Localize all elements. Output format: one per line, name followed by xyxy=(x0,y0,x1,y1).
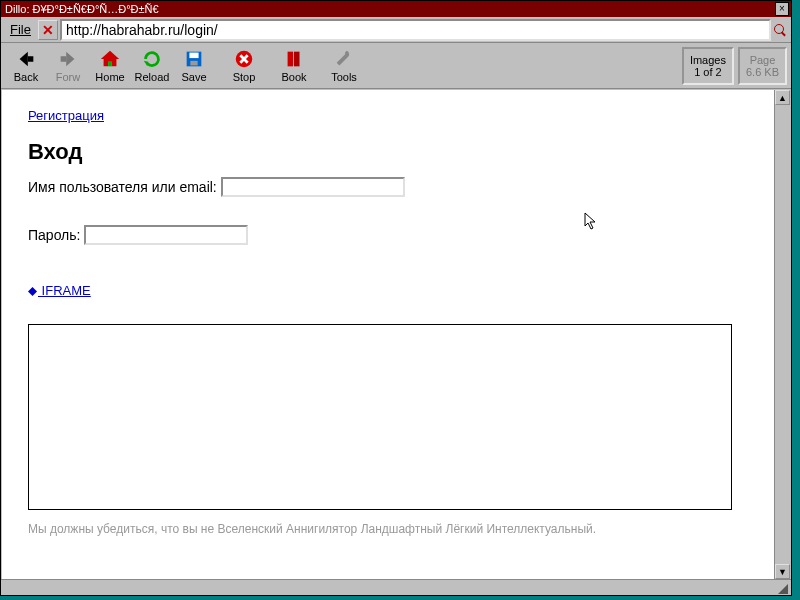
book-icon xyxy=(283,48,305,70)
page-info-l1: Page xyxy=(746,54,779,66)
svg-rect-7 xyxy=(288,52,294,67)
content-area: Регистрация Вход Имя пользователя или em… xyxy=(2,90,790,579)
password-input[interactable] xyxy=(84,225,248,245)
password-label: Пароль: xyxy=(28,227,80,243)
save-button[interactable]: Save xyxy=(173,45,215,87)
save-icon xyxy=(183,48,205,70)
svg-rect-8 xyxy=(294,52,300,67)
svg-rect-4 xyxy=(189,53,198,59)
page-info: Page 6.6 KB xyxy=(738,47,787,85)
svg-rect-2 xyxy=(108,62,112,67)
statusbar xyxy=(1,579,791,595)
page-heading: Вход xyxy=(28,139,748,165)
scroll-down-button[interactable]: ▼ xyxy=(775,564,790,579)
search-button[interactable] xyxy=(771,19,789,41)
stop-button[interactable]: Stop xyxy=(223,45,265,87)
forward-button[interactable]: Forw xyxy=(47,45,89,87)
book-label: Book xyxy=(281,71,306,83)
svg-rect-0 xyxy=(28,56,34,62)
toolbar: Back Forw Home Reload Save Stop Book xyxy=(1,43,791,89)
svg-rect-5 xyxy=(190,61,197,66)
magnifier-icon xyxy=(774,24,786,36)
iframe-placeholder xyxy=(28,324,732,510)
images-info[interactable]: Images 1 of 2 xyxy=(682,47,734,85)
page-info-l2: 6.6 KB xyxy=(746,66,779,78)
reload-button[interactable]: Reload xyxy=(131,45,173,87)
forward-icon xyxy=(57,48,79,70)
images-info-l2: 1 of 2 xyxy=(690,66,726,78)
bullet-icon xyxy=(28,287,37,296)
resize-handle[interactable] xyxy=(775,581,789,595)
back-label: Back xyxy=(14,71,38,83)
back-icon xyxy=(15,48,37,70)
titlebar: Dillo: Ð¥Ð°Ð±Ñ€Ð°Ñ…Ð°Ð±Ñ€ × xyxy=(1,1,791,17)
save-label: Save xyxy=(181,71,206,83)
home-icon xyxy=(99,48,121,70)
back-button[interactable]: Back xyxy=(5,45,47,87)
tools-icon xyxy=(333,48,355,70)
stop-icon xyxy=(233,48,255,70)
page-body: Регистрация Вход Имя пользователя или em… xyxy=(2,90,774,579)
window-close-button[interactable]: × xyxy=(775,2,789,16)
tools-label: Tools xyxy=(331,71,357,83)
titlebar-text: Dillo: Ð¥Ð°Ð±Ñ€Ð°Ñ…Ð°Ð±Ñ€ xyxy=(5,3,775,15)
url-input[interactable]: http://habrahabr.ru/login/ xyxy=(60,19,771,41)
file-menu[interactable]: File xyxy=(3,19,38,40)
iframe-link[interactable]: IFRAME xyxy=(38,283,91,298)
images-info-l1: Images xyxy=(690,54,726,66)
username-label: Имя пользователя или email: xyxy=(28,179,217,195)
vertical-scrollbar[interactable]: ▲ ▼ xyxy=(774,90,790,579)
bookmarks-button[interactable]: Book xyxy=(273,45,315,87)
forward-label: Forw xyxy=(56,71,80,83)
scroll-up-button[interactable]: ▲ xyxy=(775,90,790,105)
username-input[interactable] xyxy=(221,177,405,197)
captcha-caption: Мы должны убедиться, что вы не Вселенски… xyxy=(28,522,748,536)
menubar: File ✕ http://habrahabr.ru/login/ xyxy=(1,17,791,43)
tab-close-button[interactable]: ✕ xyxy=(38,20,58,40)
browser-window: Dillo: Ð¥Ð°Ð±Ñ€Ð°Ñ…Ð°Ð±Ñ€ × File ✕ http:… xyxy=(0,0,792,596)
home-label: Home xyxy=(95,71,124,83)
tools-button[interactable]: Tools xyxy=(323,45,365,87)
home-button[interactable]: Home xyxy=(89,45,131,87)
register-link[interactable]: Регистрация xyxy=(28,108,104,123)
reload-label: Reload xyxy=(135,71,170,83)
stop-label: Stop xyxy=(233,71,256,83)
svg-rect-1 xyxy=(61,56,66,62)
reload-icon xyxy=(141,48,163,70)
